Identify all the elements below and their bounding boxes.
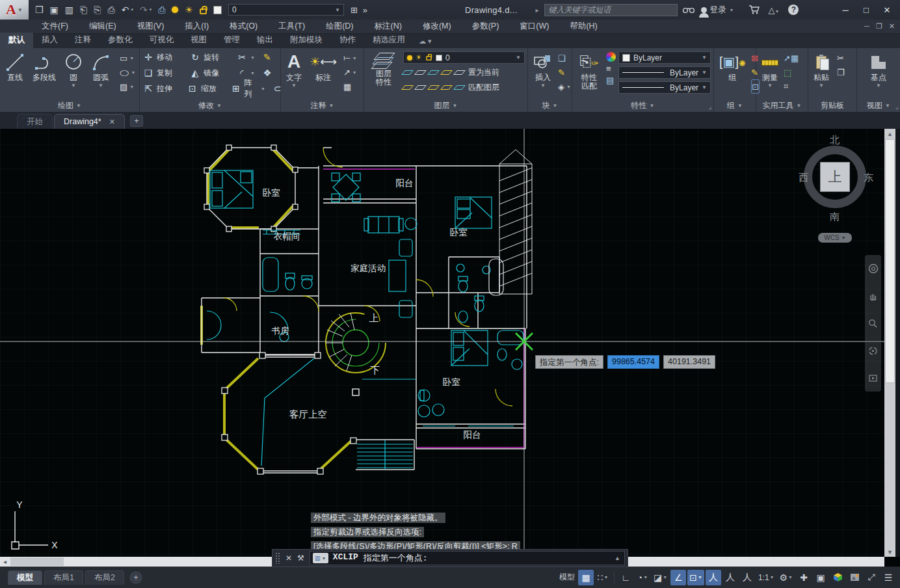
ribbon-tab-addins[interactable]: 附加模块 [282, 33, 331, 48]
group-button[interactable]: [▣]✺ 组 [717, 51, 748, 83]
a360-icon[interactable]: △▼ [769, 5, 780, 15]
sheet-icon[interactable]: ⎘ [94, 5, 101, 14]
array-button[interactable]: ⊞阵列▼ [231, 81, 265, 96]
select-all-button[interactable]: ⬚ [784, 65, 799, 79]
dimension-button[interactable]: ☀⟷ 标注 [307, 51, 339, 83]
grid-toggle[interactable]: ▦ [578, 570, 594, 585]
hatch-button[interactable]: ▨▼ [120, 79, 136, 94]
pan-hand-icon[interactable] [868, 291, 878, 301]
menu-parametric[interactable]: 参数(P) [462, 20, 510, 34]
panel-launcher-icon[interactable]: ⌟ [709, 103, 711, 110]
chevron-down-icon[interactable]: ▼ [291, 83, 297, 88]
layout-tab-layout1[interactable]: 布局1 [44, 570, 83, 585]
chevron-down-icon[interactable]: ▼ [876, 83, 881, 88]
menu-insert[interactable]: 插入(I) [174, 20, 219, 34]
quick-calc-button[interactable]: ⌗ [784, 79, 799, 94]
minimize-button[interactable]: ─ [836, 3, 854, 17]
circle-button[interactable]: 圆 ▼ [61, 51, 86, 90]
dynamic-y-input[interactable]: 40191.3491 [663, 355, 715, 369]
panel-title-modify[interactable]: 修改▼ [140, 100, 280, 112]
save-as-icon[interactable]: ▥ [65, 5, 73, 14]
expand-icon[interactable]: ▸ [536, 7, 539, 14]
copy-clip-button[interactable]: ❐ [837, 65, 845, 79]
layer-current-icon[interactable] [453, 70, 466, 75]
layer-unlock2-icon[interactable] [440, 85, 453, 90]
menu-file[interactable]: 文件(F) [31, 20, 79, 34]
command-input[interactable]: ▥▼ XCLIP 指定第一个角点: ▲ [310, 551, 625, 565]
paste-button[interactable]: 粘贴 ▼ [811, 51, 832, 90]
scroll-down-icon[interactable]: ▼ [884, 547, 895, 557]
measure-button[interactable]: 测量 ▼ [759, 51, 781, 90]
graphics-performance-icon[interactable] [847, 570, 862, 585]
annotation-scale-icon[interactable]: 人 [739, 570, 755, 585]
maximize-button[interactable]: □ [857, 3, 875, 17]
help-icon[interactable]: ? [788, 5, 799, 15]
ribbon-tab-featured[interactable]: 精选应用 [364, 33, 414, 48]
linetype-icon[interactable]: ▤ [606, 75, 616, 85]
panel-title-clipboard[interactable]: 剪贴板 [808, 100, 856, 112]
layer-unisolate-icon[interactable] [401, 85, 414, 90]
save-icon[interactable]: ▣ [50, 5, 59, 14]
ribbon-tab-view[interactable]: 视图 [182, 33, 215, 48]
panel-title-groups[interactable]: 组▼ [714, 100, 756, 112]
trim-button[interactable]: ✂▼ [236, 49, 255, 65]
color-wheel-icon[interactable] [606, 52, 616, 62]
insert-block-button[interactable]: 插入 ▼ [531, 51, 555, 90]
chevron-down-icon[interactable]: ▼ [98, 83, 103, 88]
zoom-icon[interactable] [868, 319, 878, 328]
table-button[interactable]: ▦ [343, 79, 357, 94]
close-button[interactable]: ✕ [878, 3, 896, 17]
ortho-toggle[interactable]: ∟ [618, 570, 633, 585]
ribbon-tab-insert[interactable]: 插入 [33, 33, 66, 48]
move-button[interactable]: ✛移动 [142, 49, 183, 65]
doc-minimize-button[interactable]: ─ [864, 22, 869, 31]
mirror-button[interactable]: ◭镜像 [189, 65, 230, 81]
polyline-button[interactable]: 多段线 [30, 51, 59, 83]
layout-tab-layout2[interactable]: 布局2 [85, 570, 124, 585]
layer-walk-icon[interactable] [414, 85, 427, 90]
redo-caret-icon[interactable]: ▾ [150, 7, 152, 12]
command-customize-wrench-icon[interactable]: ⚒ [297, 554, 304, 563]
object-snap-toggle[interactable]: ⊡▼ [687, 570, 704, 585]
ribbon-tab-output[interactable]: 输出 [248, 33, 282, 48]
workspace-icon[interactable]: ⊞ [351, 5, 358, 15]
erase-button[interactable]: ✎ [261, 49, 273, 65]
command-badge-icon[interactable]: ▥▼ [313, 553, 328, 563]
isodraft-toggle[interactable]: ◪▼ [652, 570, 669, 585]
rotate-button[interactable]: ↻旋转 [189, 49, 230, 65]
drawing-canvas[interactable]: 卧室 阳台 卧室 衣帽间 家庭活动 书房 上 下 卧室 客厅上空 阳台 Y X [0, 129, 900, 557]
rectangle-button[interactable]: ▭▼ [120, 51, 136, 65]
menu-format[interactable]: 格式(O) [219, 20, 268, 34]
chevron-down-icon[interactable]: ▼ [819, 83, 824, 88]
menu-edit[interactable]: 编辑(E) [79, 20, 127, 34]
layer-freeze-icon[interactable] [427, 70, 440, 75]
lineweight-dropdown[interactable]: ByLayer ▼ [618, 66, 711, 79]
batch-plot-icon[interactable]: ⎙ [158, 5, 165, 14]
customization-menu-icon[interactable]: ☰ [880, 570, 896, 585]
cut-button[interactable]: ✂ [837, 51, 845, 65]
ribbon-tab-manage[interactable]: 管理 [215, 33, 248, 48]
menu-tools[interactable]: 工具(T) [268, 20, 315, 34]
menu-view[interactable]: 视图(V) [127, 20, 175, 34]
command-grip-handle[interactable] [275, 552, 280, 564]
ribbon-tab-home[interactable]: 默认 [0, 33, 33, 48]
panel-title-block[interactable]: 块▼ [528, 100, 572, 112]
undo-icon[interactable]: ↶ [122, 5, 129, 14]
command-line-window[interactable]: ✕ ⚒ ▥▼ XCLIP 指定第一个角点: ▲ [272, 549, 628, 567]
make-current-button[interactable]: 置为当前 [468, 67, 499, 78]
model-space-button[interactable]: 模型 [557, 570, 577, 585]
snap-toggle[interactable]: ∷▼ [595, 570, 611, 585]
leader-button[interactable]: ↗▼ [343, 65, 357, 79]
scroll-left-icon[interactable]: ◂ [0, 557, 10, 567]
menu-help[interactable]: 帮助(H) [559, 20, 607, 34]
navigation-bar[interactable] [865, 255, 881, 392]
steering-wheel-icon[interactable] [868, 263, 879, 274]
show-motion-icon[interactable] [868, 373, 878, 383]
qat-layer-dropdown[interactable]: 0 ▼ [228, 4, 344, 16]
match-properties-button[interactable]: ⎘✑ 特性 匹配 [575, 51, 603, 92]
quick-properties-icon[interactable]: ▣ [813, 570, 828, 585]
undo-caret-icon[interactable]: ▾ [131, 7, 133, 12]
cart-icon[interactable] [748, 5, 760, 14]
panel-title-layers[interactable]: 图层▼ [364, 100, 527, 112]
annotation-scale-value[interactable]: 1:1▼ [756, 570, 776, 585]
